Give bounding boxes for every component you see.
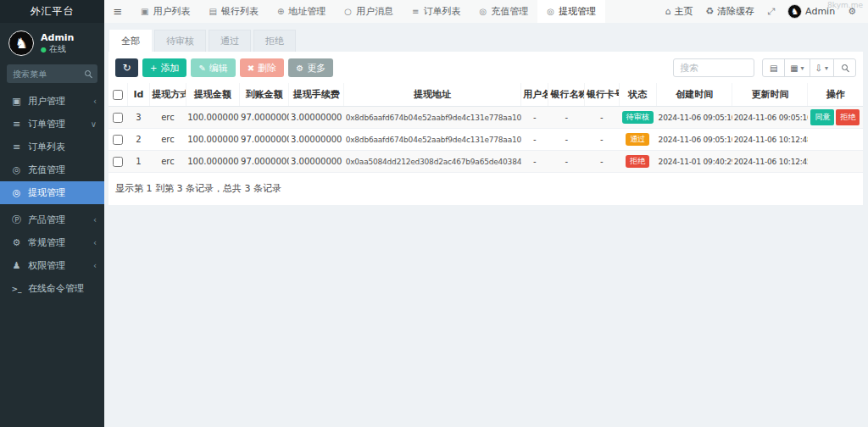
table-row: 1erc100.0000000097.000000003.000000000x0… bbox=[108, 151, 863, 173]
cell-bank_card: - bbox=[584, 151, 619, 173]
filter-tab-待审核[interactable]: 待审核 bbox=[154, 30, 206, 52]
edit-button[interactable]: ✎编辑 bbox=[191, 58, 235, 77]
cell-method: erc bbox=[150, 129, 186, 151]
knight-logo-icon: ♞ bbox=[14, 35, 27, 52]
sidebar-toggle-button[interactable]: ≡ bbox=[104, 0, 131, 23]
sidebar-item-terminal[interactable]: >_在线命令管理 bbox=[0, 277, 104, 300]
online-dot-icon: ● bbox=[41, 46, 47, 53]
add-button[interactable]: +添加 bbox=[142, 58, 186, 77]
table-row: 3erc100.0000000097.000000003.000000000x8… bbox=[108, 107, 863, 129]
sidebar-item-label: 产品管理 bbox=[28, 214, 65, 226]
plus-icon: + bbox=[150, 64, 157, 73]
select-all-checkbox[interactable] bbox=[113, 90, 123, 100]
cell-status: 通过 bbox=[619, 129, 657, 151]
withdraw-table: Id提现方式提现金额到账金额提现手续费提现地址用户名银行名称银行卡号状态创建时间… bbox=[108, 83, 863, 173]
cell-updated: 2024-11-06 09:05:10 bbox=[732, 107, 808, 129]
toggle-view-button[interactable]: ▤ bbox=[762, 58, 785, 77]
sidebar-item-users[interactable]: ▣用户管理‹ bbox=[0, 90, 104, 113]
sidebar-item-withdraw[interactable]: ◎提现管理 bbox=[0, 181, 104, 204]
cell-actions bbox=[808, 129, 863, 151]
row-checkbox[interactable] bbox=[113, 113, 123, 123]
tab-label: 充值管理 bbox=[491, 5, 528, 18]
app-root: 外汇平台 ♞ Admin ●在线 ▣用户管理‹≡订单管理∨≡订单列表◎充值管理◎… bbox=[0, 0, 868, 427]
tab-label: 订单列表 bbox=[423, 5, 460, 18]
refresh-icon: ↻ bbox=[122, 62, 131, 74]
list-icon: ≡ bbox=[11, 119, 22, 130]
column-header: 提现方式 bbox=[150, 83, 186, 107]
fullscreen-icon: ⤢ bbox=[767, 6, 775, 17]
filter-tab-通过[interactable]: 通过 bbox=[209, 30, 251, 52]
pencil-icon: ✎ bbox=[198, 64, 205, 73]
columns-button[interactable]: ▦▾ bbox=[784, 58, 810, 77]
cell-bank_name: - bbox=[548, 107, 585, 129]
cell-actions bbox=[808, 151, 863, 173]
search-toggle-button[interactable] bbox=[833, 58, 856, 77]
tab-bank-list[interactable]: ▤银行列表 bbox=[199, 0, 267, 23]
cell-fee: 3.00000000 bbox=[289, 107, 344, 129]
reject-button[interactable]: 拒绝 bbox=[836, 109, 860, 125]
sidebar-search-input[interactable] bbox=[13, 69, 85, 79]
home-icon: ⌂ bbox=[665, 6, 670, 17]
chevron-left-icon: ‹ bbox=[93, 97, 97, 106]
column-header: 操作 bbox=[808, 83, 863, 107]
avatar: ♞ bbox=[8, 30, 34, 56]
toolbar: ↻ +添加 ✎编辑 ✖删除 ⚙更多 ▤ ▦▾ ⇩▾ bbox=[108, 52, 863, 83]
row-select-cell bbox=[108, 151, 127, 173]
cell-method: erc bbox=[150, 151, 186, 173]
refresh-button[interactable]: ↻ bbox=[115, 58, 138, 77]
column-header: 提现金额 bbox=[186, 83, 239, 107]
home-link[interactable]: ⌂主页 bbox=[665, 5, 693, 18]
sidebar-item-recharge[interactable]: ◎充值管理 bbox=[0, 158, 104, 181]
column-header: 提现手续费 bbox=[289, 83, 344, 107]
cell-address: 0x8db6aafd674b04e52aabf9de4c131e778aa107… bbox=[344, 107, 521, 129]
column-header: 提现地址 bbox=[344, 83, 521, 107]
tab-label: 用户列表 bbox=[153, 5, 190, 18]
tab-user-message[interactable]: ○用户消息 bbox=[335, 0, 403, 23]
sidebar-item-orders[interactable]: ≡订单管理∨ bbox=[0, 113, 104, 136]
cell-actions: 同意拒绝 bbox=[808, 107, 863, 129]
table-view-icon: ▤ bbox=[770, 64, 777, 73]
user-status-label: 在线 bbox=[49, 44, 66, 53]
tab-address-mgmt[interactable]: ⊕地址管理 bbox=[268, 0, 335, 23]
sidebar-item-products[interactable]: Ⓟ产品管理‹ bbox=[0, 208, 104, 231]
sidebar-search[interactable] bbox=[7, 64, 97, 83]
approve-button[interactable]: 同意 bbox=[810, 109, 834, 125]
fullscreen-button[interactable]: ⤢ bbox=[767, 6, 775, 17]
sidebar-item-general[interactable]: ⚙常规管理‹ bbox=[0, 231, 104, 254]
sidebar-item-order-list[interactable]: ≡订单列表 bbox=[0, 136, 104, 158]
users-icon: ♟ bbox=[11, 260, 22, 271]
columns-icon: ▦ bbox=[790, 64, 798, 73]
cell-received: 97.00000000 bbox=[239, 151, 289, 173]
chevron-left-icon: ‹ bbox=[93, 261, 97, 270]
filter-tab-全部[interactable]: 全部 bbox=[109, 30, 152, 52]
cell-fee: 3.00000000 bbox=[289, 151, 344, 173]
tab-withdraw[interactable]: ◎提现管理 bbox=[537, 0, 605, 23]
list-icon: ≡ bbox=[11, 141, 22, 152]
message-icon: ○ bbox=[344, 7, 352, 16]
cell-updated: 2024-11-06 10:12:45 bbox=[732, 151, 808, 173]
delete-button[interactable]: ✖删除 bbox=[240, 58, 284, 77]
column-header: 到账金额 bbox=[239, 83, 289, 107]
sidebar-item-permissions[interactable]: ♟权限管理‹ bbox=[0, 254, 104, 277]
column-header: 银行卡号 bbox=[584, 83, 619, 107]
export-button[interactable]: ⇩▾ bbox=[810, 58, 834, 77]
more-button[interactable]: ⚙更多 bbox=[288, 58, 333, 77]
tab-user-list[interactable]: ▣用户列表 bbox=[131, 0, 199, 23]
cell-method: erc bbox=[150, 107, 186, 129]
delete-label: 删除 bbox=[258, 62, 276, 75]
mini-avatar: ♞ bbox=[787, 4, 802, 19]
clear-cache-button[interactable]: ♻清除缓存 bbox=[705, 5, 754, 18]
tab-recharge[interactable]: ◎充值管理 bbox=[470, 0, 537, 23]
filter-tab-拒绝[interactable]: 拒绝 bbox=[253, 30, 296, 52]
tab-order-list[interactable]: ≡订单列表 bbox=[403, 0, 470, 23]
column-header: 银行名称 bbox=[548, 83, 585, 107]
column-header: 状态 bbox=[619, 83, 657, 107]
table-search-input[interactable] bbox=[673, 58, 754, 77]
view-button-group: ▤ ▦▾ ⇩▾ bbox=[762, 58, 856, 77]
cell-username: - bbox=[521, 129, 548, 151]
tab-label: 地址管理 bbox=[288, 5, 326, 18]
row-checkbox[interactable] bbox=[113, 135, 123, 145]
withdraw-icon: ◎ bbox=[547, 7, 554, 16]
row-checkbox[interactable] bbox=[113, 157, 123, 167]
sidebar-item-label: 提现管理 bbox=[28, 186, 65, 199]
